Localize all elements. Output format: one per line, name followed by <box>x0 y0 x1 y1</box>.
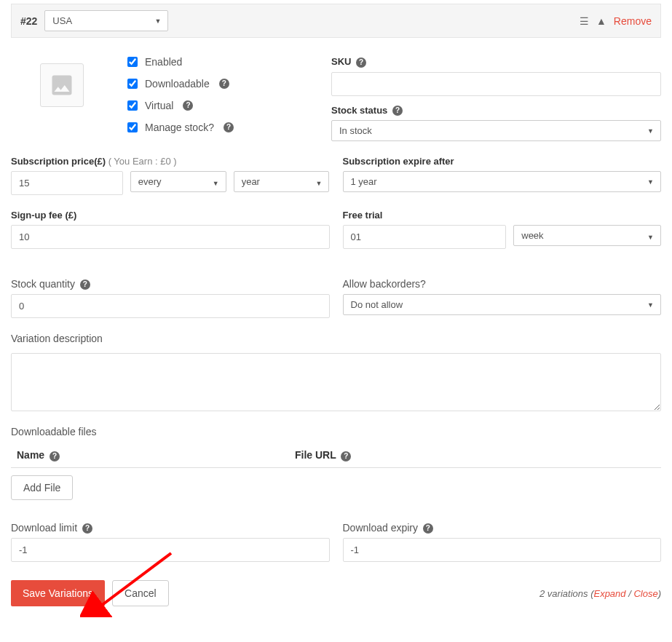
add-file-button[interactable]: Add File <box>11 475 73 500</box>
downloads-label: Downloadable files <box>11 426 661 437</box>
help-icon[interactable]: ? <box>183 100 193 111</box>
download-expiry-label: Download expiry ? <box>343 522 662 534</box>
header-actions: ☰ ▲ Remove <box>580 15 652 27</box>
help-icon[interactable]: ? <box>219 79 229 89</box>
subscription-price-label: Subscription price(£) ( You Earn : £0 ) <box>11 156 330 167</box>
close-link[interactable]: Close <box>633 588 657 599</box>
top-section: Enabled Downloadable ? Virtual ? Manage … <box>11 49 661 141</box>
description-label: Variation description <box>11 333 661 344</box>
footer-row: Save Variations Cancel 2 variations (Exp… <box>11 580 661 606</box>
checks-column: Enabled Downloadable ? Virtual ? Manage … <box>127 49 317 141</box>
manage-stock-label: Manage stock? <box>145 122 214 133</box>
collapse-icon[interactable]: ▲ <box>596 16 606 26</box>
stock-qty-label: Stock quantity ? <box>11 278 330 290</box>
help-icon[interactable]: ? <box>224 122 234 132</box>
menu-icon[interactable]: ☰ <box>580 16 589 26</box>
save-variations-button[interactable]: Save Variations <box>11 580 105 606</box>
subscription-expire-select[interactable]: 1 year <box>343 171 662 192</box>
download-limit-input[interactable] <box>11 538 330 562</box>
description-textarea[interactable] <box>11 353 661 411</box>
image-column <box>11 49 113 141</box>
help-icon[interactable]: ? <box>423 523 433 534</box>
downloadable-label: Downloadable <box>145 78 210 90</box>
variation-id: #22 <box>20 15 37 27</box>
stock-status-label: Stock status ? <box>331 105 661 116</box>
help-icon[interactable]: ? <box>80 280 90 290</box>
free-trial-input[interactable] <box>343 225 507 249</box>
th-name: Name <box>17 449 44 461</box>
cancel-button[interactable]: Cancel <box>112 580 169 606</box>
sku-label: SKU ? <box>331 56 661 68</box>
downloadable-checkbox[interactable] <box>127 79 138 89</box>
downloads-table-header: Name ? File URL ? <box>11 443 661 467</box>
subscription-expire-label: Subscription expire after <box>343 156 662 167</box>
subscription-period-unit-select[interactable]: year <box>234 171 330 192</box>
help-icon[interactable]: ? <box>356 58 366 68</box>
sku-stock-column: SKU ? Stock status ? In stock <box>331 49 661 141</box>
download-expiry-input[interactable] <box>343 538 662 562</box>
download-limit-label: Download limit ? <box>11 522 330 534</box>
virtual-checkbox[interactable] <box>127 100 138 111</box>
backorders-select[interactable]: Do not allow <box>343 294 662 315</box>
remove-link[interactable]: Remove <box>614 15 652 27</box>
attribute-select-wrap: USA <box>44 10 168 31</box>
image-icon <box>49 72 75 98</box>
free-trial-unit-select[interactable]: week <box>513 225 661 246</box>
attribute-select[interactable]: USA <box>44 10 168 31</box>
svg-point-0 <box>56 79 60 83</box>
backorders-label: Allow backorders? <box>343 278 662 290</box>
stock-qty-input[interactable] <box>11 294 330 318</box>
subscription-price-input[interactable] <box>11 171 123 195</box>
enabled-label: Enabled <box>145 56 182 68</box>
help-icon[interactable]: ? <box>392 106 403 116</box>
variation-body: Enabled Downloadable ? Virtual ? Manage … <box>0 38 672 617</box>
footer-status: 2 variations (Expand / Close) <box>539 588 661 599</box>
signup-fee-label: Sign-up fee (£) <box>11 210 330 221</box>
virtual-label: Virtual <box>145 100 173 111</box>
th-url: File URL <box>295 449 336 461</box>
sku-input[interactable] <box>331 72 661 96</box>
free-trial-label: Free trial <box>343 210 662 221</box>
enabled-checkbox[interactable] <box>127 57 138 67</box>
help-icon[interactable]: ? <box>341 451 351 461</box>
help-icon[interactable]: ? <box>82 523 92 534</box>
variation-header: #22 USA ☰ ▲ Remove <box>11 4 661 38</box>
stock-status-select[interactable]: In stock <box>331 120 661 141</box>
subscription-period-prefix-select[interactable]: every <box>130 171 226 192</box>
variation-image-placeholder[interactable] <box>40 63 84 107</box>
expand-link[interactable]: Expand <box>593 588 625 599</box>
help-icon[interactable]: ? <box>50 451 60 461</box>
signup-fee-input[interactable] <box>11 225 330 249</box>
manage-stock-checkbox[interactable] <box>127 122 138 132</box>
